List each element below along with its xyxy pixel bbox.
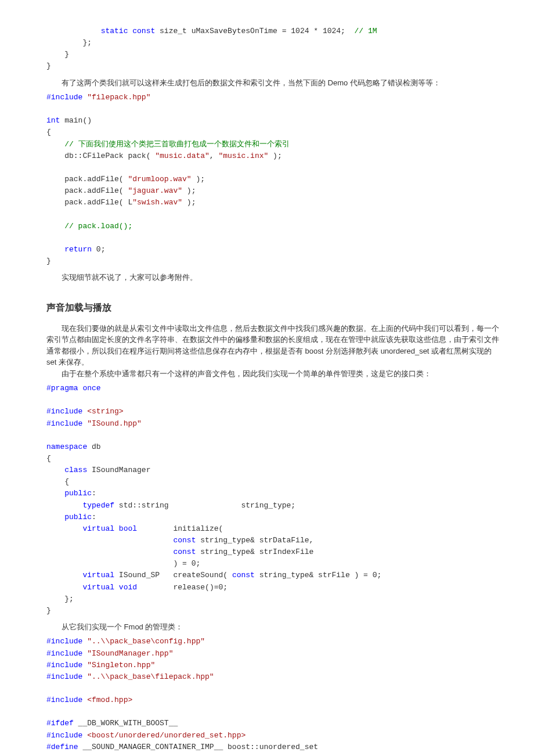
code-line: ) = 0; [46,559,200,568]
paragraph-4: 由于在整个系统中通常都只有一个这样的声音文件包，因此我们实现一个简单的单件管理类… [46,368,499,380]
code-block-1: static const size_t uMaxSaveBytesOnTime … [46,26,499,73]
section-title: 声音加载与播放 [46,301,499,315]
code-block-2: #include "filepack.hpp" int main() { // … [46,92,499,267]
code-line: #include <fmod.hpp> [46,696,132,704]
code-line: #include <boost/unordered/unordered_set.… [46,731,246,740]
code-line: #include "Singleton.hpp" [46,661,155,669]
code-line: virtual void release()=0; [46,583,228,592]
code-line: #include "..\\pack_base\filepack.hpp" [46,672,214,681]
code-line: class ISoundManager [46,466,150,474]
paragraph-3: 现在我们要做的就是从索引文件中读取出文件信息，然后去数据文件中找我们感兴趣的数据… [46,323,499,368]
code-line: public: [46,489,96,498]
code-line: pack.addFile( "jaguar.wav" ); [46,186,196,195]
code-line: #include "..\\pack_base\config.hpp" [46,637,205,646]
paragraph-1: 有了这两个类我们就可以这样来生成打包后的数据文件和索引文件，当然下面的 Demo… [46,77,499,89]
code-line: public: [46,513,96,521]
code-line: }; [46,38,92,47]
code-line: return 0; [46,245,105,254]
paragraph-5: 从它我们实现一个 Fmod 的管理类： [46,621,499,633]
code-line: #pragma once [46,384,101,393]
code-line: } [46,62,51,70]
code-line: }; [46,595,74,603]
code-line: #define __SOUND_MANAGER_CONTAINER_IMP__ … [46,743,318,751]
code-line: pack.addFile( L"swish.wav" ); [46,198,196,207]
code-line: { [46,454,51,463]
code-line: } [46,50,69,59]
code-line: virtual bool initialize( [46,524,223,533]
code-line: { [46,128,51,136]
code-line: typedef std::string string_type; [46,501,295,510]
code-line: #include <string> [46,407,124,416]
code-line: virtual ISound_SP createSound( const str… [46,571,381,579]
code-line: { [46,477,69,486]
code-line: // pack.load(); [46,222,132,231]
code-line: static const size_t uMaxSaveBytesOnTime … [46,27,377,35]
code-line: } [46,257,51,265]
code-line: namespace db [46,442,101,451]
code-line: db::CFilePack pack( "music.data", "music… [46,152,282,160]
paragraph-2: 实现细节就不说了，大家可以参考附件。 [46,272,499,283]
code-block-3: #pragma once #include <string> #include … [46,383,499,617]
code-line: pack.addFile( "drumloop.wav" ); [46,175,205,183]
code-line: #include "ISound.hpp" [46,419,142,428]
code-line: const string_type& strIndexFile [46,548,313,556]
code-line: #include "ISoundManager.hpp" [46,649,173,658]
code-block-4: #include "..\\pack_base\config.hpp" #inc… [46,636,499,756]
code-line: #ifdef __DB_WORK_WITH_BOOST__ [46,719,178,728]
code-line: } [46,606,51,615]
code-line: #include "filepack.hpp" [46,93,150,102]
code-line: // 下面我们使用这个类把三首歌曲打包成一个数据文件和一个索引 [46,140,290,149]
code-line: const string_type& strDataFile, [46,536,313,545]
code-line: int main() [46,116,92,125]
